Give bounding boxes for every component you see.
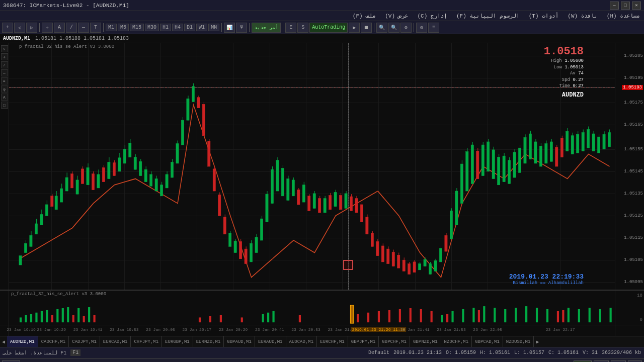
toolbar-separator-7	[414, 23, 414, 32]
status-volume: V: 31	[583, 350, 598, 355]
taskbar-explorer[interactable]: 🗂	[628, 360, 642, 363]
tabs-scroll-right[interactable]: ▶	[534, 338, 541, 346]
taskbar-chrome[interactable]: 🌐	[611, 360, 626, 363]
tab-eurnzd[interactable]: EURNZD,M1	[193, 336, 224, 347]
zoom-chart-out[interactable]: 🔍	[388, 23, 399, 33]
crosshair-tool[interactable]: ✛	[1, 53, 8, 60]
scripts-button[interactable]: S	[297, 23, 308, 33]
chart-container[interactable]: p_fractal_32_his_se_Alert v3 3.0000	[9, 43, 615, 290]
symbol-bar: AUDNZD,M1 1.05181 1.05188 1.05181 1.0518…	[0, 34, 644, 43]
minimize-button[interactable]: ─	[610, 2, 619, 10]
start-button[interactable]: ⊞	[2, 360, 20, 363]
more-button[interactable]: ≡	[428, 23, 439, 33]
svg-rect-79	[187, 99, 189, 120]
play-button[interactable]: ▶	[349, 23, 360, 33]
channel-tool[interactable]: ≡	[1, 77, 8, 84]
properties-button[interactable]: ⚙	[400, 23, 412, 33]
svg-rect-69	[160, 185, 163, 196]
tabs-scroll-left[interactable]: ◀	[0, 338, 7, 346]
menu-insert[interactable]: إدارج (C)	[415, 13, 449, 19]
text-tool[interactable]: A	[1, 94, 8, 101]
svg-rect-241	[441, 315, 443, 323]
svg-rect-272	[420, 309, 422, 322]
tab-nzdusd[interactable]: NZDUSD,M1	[503, 336, 534, 347]
menu-bar: مساعدة (H) نافذة (W) أدوات (T) الرسوم ال…	[0, 11, 644, 21]
toolbar-separator-5	[283, 23, 283, 32]
timeframe-d1[interactable]: D1	[184, 24, 195, 31]
tab-eurchf[interactable]: EURCHF,M1	[317, 336, 348, 347]
taskbar: ⊞ 11:39 ε E/eO/V MT4 🦊 🌐 🗂	[0, 358, 644, 362]
expert-button[interactable]: E	[285, 23, 296, 33]
fib-tool[interactable]: φ	[1, 85, 8, 93]
line-tool[interactable]: /	[1, 61, 8, 68]
stop-button[interactable]: ⏹	[361, 23, 372, 33]
zoom-out-button[interactable]: ▷	[26, 23, 37, 33]
price-label-2: 1.05195	[624, 75, 643, 80]
arrow-tool[interactable]: ↖	[1, 45, 8, 52]
menu-tools[interactable]: أدوات (T)	[527, 13, 561, 19]
cursor-button[interactable]: ✛	[42, 23, 53, 33]
svg-rect-75	[176, 144, 179, 163]
crosshair-button[interactable]: A	[54, 23, 65, 33]
menu-help[interactable]: مساعدة (H)	[605, 13, 642, 19]
tab-eurgbp[interactable]: EURGBP,M1	[162, 336, 193, 347]
timeframe-m5[interactable]: M5	[118, 24, 129, 31]
taskbar-mt4[interactable]: MT4	[574, 360, 592, 363]
svg-rect-274	[446, 314, 448, 323]
tab-gbpjpy[interactable]: GBPJPY,M1	[348, 336, 379, 347]
tab-audnzd[interactable]: AUDNZD,M1	[7, 336, 38, 347]
tab-gbpchf[interactable]: GBPCHF,M1	[379, 336, 410, 347]
hline-button[interactable]: —	[78, 23, 89, 33]
tab-nzdchf[interactable]: NZDCHF,M1	[441, 336, 472, 347]
close-button[interactable]: ✕	[632, 2, 641, 10]
menu-view[interactable]: عرض (V)	[383, 13, 410, 19]
tab-eurcad[interactable]: EURCAD,M1	[100, 336, 131, 347]
menu-window[interactable]: نافذة (W)	[566, 13, 600, 19]
zoom-chart-in[interactable]: 🔍	[376, 23, 387, 33]
svg-rect-183	[508, 160, 510, 184]
timeframe-m15[interactable]: M15	[130, 24, 144, 31]
tab-euraud[interactable]: EURAUD,M1	[255, 336, 286, 347]
tab-chfjpy[interactable]: CHFJPY,M1	[131, 336, 162, 347]
settings-button[interactable]: ⚙	[416, 23, 427, 33]
tab-cadjpy[interactable]: CADJPY,M1	[69, 336, 100, 347]
text-button[interactable]: T	[90, 23, 101, 33]
new-chart-button[interactable]: +	[2, 23, 13, 33]
taskbar-firefox[interactable]: 🦊	[594, 360, 609, 363]
svg-rect-209	[587, 130, 590, 148]
svg-rect-199	[550, 142, 552, 161]
autotrading-button[interactable]: AutoTrading	[309, 23, 348, 33]
current-price: 1.0518	[544, 45, 584, 58]
svg-rect-256	[610, 308, 612, 322]
shape-tool[interactable]: □	[1, 102, 8, 109]
chart-type-button[interactable]: 📊	[224, 23, 235, 33]
timeframe-mn[interactable]: MN	[208, 24, 219, 31]
svg-rect-165	[455, 191, 458, 225]
tab-audcad[interactable]: AUDCAD,M1	[286, 336, 317, 347]
timeframe-m1[interactable]: M1	[106, 24, 117, 31]
timeframe-w1[interactable]: W1	[196, 24, 207, 31]
tab-gbpaud[interactable]: GBPAUD,M1	[224, 336, 255, 347]
menu-file[interactable]: ملف (F)	[351, 13, 378, 19]
menu-charts[interactable]: الرسوم البيانية (F)	[454, 13, 522, 19]
tab-gbpcad[interactable]: GBPCAD,M1	[472, 336, 503, 347]
svg-rect-137	[376, 241, 379, 255]
hline-tool[interactable]: —	[1, 69, 8, 76]
timeframe-h1[interactable]: H1	[160, 24, 171, 31]
indicators-button[interactable]: Ψ	[236, 23, 247, 33]
line-button[interactable]: /	[66, 23, 77, 33]
timeframe-m30[interactable]: M30	[145, 24, 159, 31]
new-order-button[interactable]: أمر جديد	[252, 23, 281, 33]
tab-gbpnzd[interactable]: GBPNZD,M1	[410, 336, 441, 347]
zoom-in-button[interactable]: ◁	[14, 23, 25, 33]
svg-rect-23	[97, 174, 100, 188]
symbol-open: 1.05181	[84, 36, 105, 41]
svg-rect-191	[529, 134, 531, 159]
timeframe-h4[interactable]: H4	[172, 24, 183, 31]
tab-cadchf[interactable]: CADCHF,M1	[38, 336, 69, 347]
price-label-4: 1.05165	[624, 122, 643, 127]
svg-rect-57	[129, 143, 131, 157]
maximize-button[interactable]: □	[621, 2, 630, 10]
price-label-3: 1.05175	[624, 100, 643, 105]
toolbar-separator-1	[39, 23, 40, 32]
